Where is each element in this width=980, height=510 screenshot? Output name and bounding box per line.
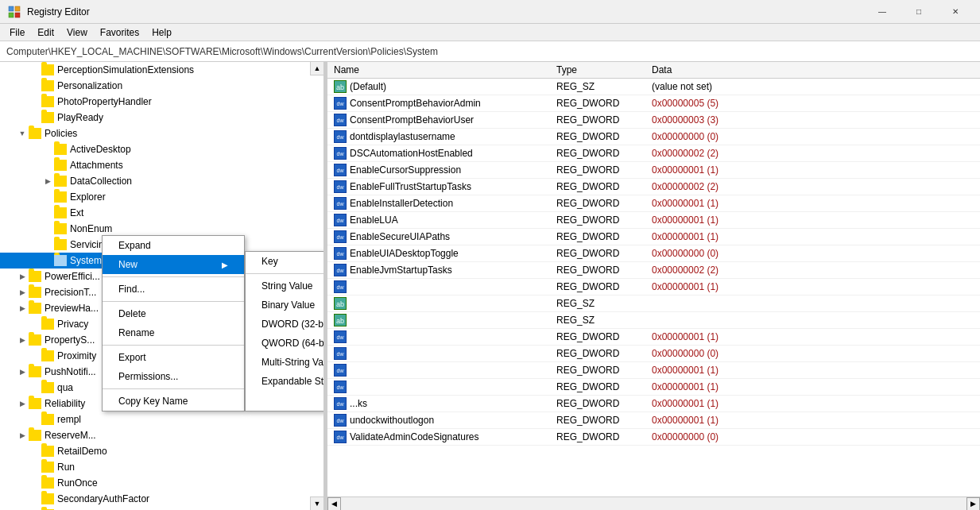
close-button[interactable]: ✕ [937,0,974,24]
table-row[interactable]: dw ValidateAdminCodeSignatures REG_DWORD… [327,429,980,446]
context-menu-copy-key[interactable]: Copy Key Name [103,392,244,411]
menu-edit[interactable]: Edit [31,25,60,40]
expand-btn[interactable] [29,95,41,108]
scroll-right-btn[interactable]: ▶ [966,497,980,511]
table-row[interactable]: ab REG_SZ [327,312,980,329]
expand-btn[interactable]: ▶ [16,286,29,299]
expand-btn[interactable] [29,477,41,489]
submenu-multi-string[interactable]: Multi-String Value [246,353,324,372]
expand-btn[interactable] [29,79,41,92]
list-item[interactable]: ActiveDesktop [0,141,310,157]
table-row[interactable]: dw EnableInstallerDetection REG_DWORD 0x… [327,195,980,212]
expand-btn[interactable] [41,238,54,251]
table-row[interactable]: dw ...ks REG_DWORD 0x00000001 (1) [327,396,980,412]
table-row[interactable]: dw DSCAutomationHostEnabled REG_DWORD 0x… [327,145,980,162]
expand-btn[interactable]: ▶ [16,429,29,442]
menu-file[interactable]: File [3,25,31,40]
table-row[interactable]: dw ConsentPromptBehaviorUser REG_DWORD 0… [327,112,980,129]
list-item[interactable]: Personalization [0,78,310,94]
list-item[interactable]: SecondaryAuthFactor [0,491,310,507]
table-row[interactable]: dw REG_DWORD 0x00000001 (1) [327,329,980,346]
expand-btn[interactable] [29,493,41,505]
context-menu-delete[interactable]: Delete [103,304,244,323]
menu-view[interactable]: View [60,25,94,40]
table-row[interactable]: dw undockwithoutlogon REG_DWORD 0x000000… [327,412,980,429]
list-item[interactable]: PlayReady [0,110,310,126]
expand-btn[interactable] [29,413,41,426]
expand-btn[interactable] [29,318,41,330]
list-item[interactable]: rempl [0,411,310,427]
expand-btn[interactable] [29,381,41,394]
expand-btn[interactable]: ▶ [16,334,29,346]
list-item[interactable]: SecureAssessment [0,507,310,510]
context-menu-rename[interactable]: Rename [103,323,244,342]
context-menu-permissions[interactable]: Permissions... [103,367,244,386]
context-menu-new[interactable]: New ▶ [103,255,244,274]
submenu-string-value[interactable]: String Value [246,276,324,296]
table-row[interactable]: dw dontdisplaylastusername REG_DWORD 0x0… [327,129,980,145]
table-row[interactable]: dw EnableLUA REG_DWORD 0x00000001 (1) [327,212,980,229]
table-row[interactable]: dw EnableJvmStartupTasks REG_DWORD 0x000… [327,262,980,279]
list-item[interactable]: RetailDemo [0,443,310,459]
dword-icon: dw [334,397,347,410]
list-item[interactable]: PhotoPropertyHandler [0,94,310,110]
table-row[interactable]: ab REG_SZ [327,296,980,312]
table-row[interactable]: dw EnableCursorSuppression REG_DWORD 0x0… [327,162,980,179]
expand-btn[interactable]: ▼ [16,127,29,140]
expand-btn[interactable] [41,191,54,203]
menu-favorites[interactable]: Favorites [94,25,145,40]
tree-scroll-up[interactable]: ▲ [310,62,323,75]
right-scroll[interactable]: Name Type Data ab (Default) [327,62,980,496]
list-item[interactable]: NonEnum [0,221,310,237]
table-row[interactable]: ab (Default) REG_SZ (value not set) [327,79,980,95]
maximize-button[interactable]: □ [901,0,937,24]
menu-help[interactable]: Help [145,25,178,40]
context-menu-export[interactable]: Export [103,348,244,367]
submenu-dword-value[interactable]: DWORD (32-bit) Value [246,315,324,334]
minimize-button[interactable]: — [864,0,901,24]
expand-btn[interactable] [29,445,41,458]
expand-btn[interactable] [41,222,54,235]
submenu-expandable-string[interactable]: Expandable String Value [246,372,324,391]
expand-btn[interactable] [41,143,54,156]
context-menu-expand[interactable]: Expand [103,236,244,255]
expand-btn[interactable]: ▶ [16,397,29,410]
expand-btn[interactable]: ▶ [41,175,54,187]
svg-rect-2 [9,13,14,17]
list-item[interactable]: PerceptionSimulationExtensions [0,62,310,78]
table-row[interactable]: dw REG_DWORD 0x00000000 (0) [327,346,980,362]
table-row[interactable]: dw EnableFullTrustStartupTasks REG_DWORD… [327,179,980,195]
bottom-scroll-bar[interactable]: ◀ ▶ [327,496,980,510]
list-item[interactable]: Attachments [0,157,310,173]
expand-btn[interactable] [41,254,54,267]
expand-btn[interactable] [29,111,41,124]
table-row[interactable]: dw REG_DWORD 0x00000001 (1) [327,362,980,379]
table-row[interactable]: dw EnableUIADesktopToggle REG_DWORD 0x00… [327,245,980,262]
expand-btn[interactable] [29,64,41,76]
table-row[interactable]: dw REG_DWORD 0x00000001 (1) [327,379,980,396]
list-item[interactable]: ▶ ReserveM... [0,427,310,443]
expand-btn[interactable] [29,461,41,473]
expand-btn[interactable] [41,159,54,172]
table-row[interactable]: dw ConsentPromptBehaviorAdmin REG_DWORD … [327,95,980,112]
submenu-qword-value[interactable]: QWORD (64-bit) Value [246,334,324,353]
list-item[interactable]: Ext [0,205,310,221]
list-item[interactable]: ▼ Policies [0,126,310,141]
list-item[interactable]: ▶ DataCollection [0,173,310,189]
list-item[interactable]: Run [0,459,310,475]
scroll-left-btn[interactable]: ◀ [327,497,341,511]
submenu-binary-value[interactable]: Binary Value [246,296,324,315]
expand-btn[interactable]: ▶ [16,365,29,378]
list-item[interactable]: Explorer [0,189,310,205]
submenu-key[interactable]: Key [246,252,324,271]
context-menu-find[interactable]: Find... [103,280,244,299]
table-row[interactable]: dw EnableSecureUIAPaths REG_DWORD 0x0000… [327,229,980,245]
expand-btn[interactable] [41,207,54,219]
expand-btn[interactable]: ▶ [16,270,29,283]
list-item[interactable]: RunOnce [0,475,310,491]
table-row[interactable]: dw REG_DWORD 0x00000001 (1) [327,279,980,296]
folder-icon [41,96,54,107]
tree-scroll-down[interactable]: ▼ [310,496,323,510]
expand-btn[interactable]: ▶ [16,302,29,315]
expand-btn[interactable] [29,350,41,362]
